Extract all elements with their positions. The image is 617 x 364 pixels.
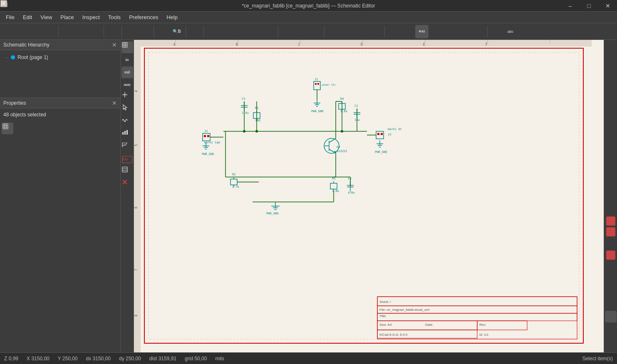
right-zoom-area-button[interactable] <box>605 204 617 215</box>
redo-button[interactable] <box>138 25 151 38</box>
select-button[interactable] <box>121 104 133 116</box>
fields-editor-button[interactable]: abc <box>504 25 517 38</box>
right-finish-button[interactable] <box>605 179 617 190</box>
hierarchy-title: Schematic Hierarchy <box>3 42 50 48</box>
right-text2-button[interactable]: T <box>605 238 617 249</box>
open-button[interactable] <box>15 25 29 38</box>
new-button[interactable] <box>2 25 15 38</box>
right-add-component-button[interactable] <box>605 91 617 103</box>
right-nav-up-button[interactable] <box>605 298 617 310</box>
refresh-button[interactable] <box>188 25 201 38</box>
right-shape-button[interactable] <box>605 261 617 273</box>
sep3 <box>121 26 122 37</box>
netinspect-button[interactable] <box>518 25 531 38</box>
right-red-icon3[interactable]: A+ <box>606 251 615 260</box>
menu-tools[interactable]: Tools <box>104 12 125 22</box>
flip-button[interactable] <box>355 25 368 38</box>
waveform-button[interactable] <box>121 116 133 128</box>
y-coord-status: Y 250,00 <box>58 356 78 362</box>
sep5 <box>186 26 186 37</box>
hierarchy-close-button[interactable]: ✕ <box>112 42 117 48</box>
right-power-button[interactable] <box>605 79 617 91</box>
highlight-button[interactable] <box>472 25 485 38</box>
erc-button[interactable]: ! <box>387 25 400 38</box>
print-preview-button[interactable] <box>61 25 74 38</box>
right-sheet-pin-button[interactable] <box>605 129 617 140</box>
chart2-button[interactable] <box>121 141 133 153</box>
right-wire-button[interactable] <box>605 54 617 66</box>
right-bus-button[interactable] <box>605 116 617 128</box>
unit-mil-button[interactable]: mil <box>121 66 133 78</box>
canvas-area[interactable]: A B C D E F 4 5 6 7 8 <box>134 40 604 352</box>
right-pan-button[interactable] <box>605 191 617 203</box>
menu-file[interactable]: File <box>2 12 19 22</box>
annotation-button[interactable]: R42 <box>415 25 429 38</box>
zoom-out-button[interactable] <box>220 25 233 38</box>
find-button[interactable] <box>156 25 169 38</box>
maximize-button[interactable]: □ <box>580 0 598 12</box>
minimize-button[interactable]: – <box>561 0 580 12</box>
pcb-button[interactable] <box>458 25 471 38</box>
right-red-icon2[interactable]: A <box>606 227 615 236</box>
chart1-button[interactable] <box>121 129 133 140</box>
save-button[interactable] <box>29 25 42 38</box>
sim-button[interactable] <box>444 25 457 38</box>
right-red-icon1[interactable] <box>606 216 615 226</box>
rotate-button[interactable] <box>369 25 382 38</box>
mirror-h-button[interactable] <box>327 25 340 38</box>
right-text-button[interactable]: T <box>605 104 617 116</box>
grid-button[interactable] <box>2 123 13 134</box>
svg-rect-129 <box>317 83 319 85</box>
right-select-button[interactable] <box>605 42 617 53</box>
right-arc-button[interactable] <box>605 286 617 298</box>
nav-up-button[interactable] <box>295 25 308 38</box>
menu-place[interactable]: Place <box>56 12 78 22</box>
settings-button[interactable] <box>43 25 56 38</box>
properties-panel-header: Properties ✕ <box>0 98 120 108</box>
close-button[interactable]: ✕ <box>598 0 617 12</box>
plot-button[interactable] <box>88 25 102 38</box>
hierarchy-dot <box>11 55 15 59</box>
menu-help[interactable]: Help <box>162 12 182 22</box>
print-button[interactable] <box>74 25 88 38</box>
message-status: Select item(s) <box>582 356 613 362</box>
mirror-v-button[interactable] <box>341 25 354 38</box>
right-junction-button[interactable] <box>605 154 617 165</box>
right-image-button[interactable] <box>605 166 617 178</box>
menu-inspect[interactable]: Inspect <box>78 12 104 22</box>
right-nav-down-button[interactable] <box>605 311 617 322</box>
crosshair-button[interactable] <box>121 91 133 103</box>
svg-point-227 <box>341 130 343 133</box>
grid-display-button[interactable] <box>121 42 133 53</box>
nav-left-button[interactable] <box>280 25 294 38</box>
right-net-label-button[interactable] <box>605 66 617 78</box>
list-button[interactable] <box>121 166 133 178</box>
netlist-button[interactable] <box>401 25 414 38</box>
unit-in-button[interactable]: in <box>121 54 133 66</box>
right-circle-button[interactable] <box>605 273 617 285</box>
bom-button[interactable] <box>429 25 443 38</box>
nav-right-button[interactable] <box>309 25 322 38</box>
unit-mm-button[interactable]: mm <box>121 79 133 91</box>
right-no-connect-button[interactable] <box>605 141 617 153</box>
svg-text:6: 6 <box>134 207 138 209</box>
properties-close-button[interactable]: ✕ <box>112 100 117 106</box>
cut-button[interactable] <box>106 25 119 38</box>
menu-edit[interactable]: Edit <box>19 12 36 22</box>
hierarchy-root-item[interactable]: ··· Root (page 1) <box>3 54 117 61</box>
sep10 <box>487 26 488 37</box>
zoom-full-button[interactable] <box>263 25 276 38</box>
svg-text:10Ω: 10Ω <box>255 119 260 122</box>
tools-button[interactable] <box>121 179 133 190</box>
scripting-button[interactable]: >_ <box>532 25 545 38</box>
zoom-in-button[interactable] <box>206 25 219 38</box>
menu-view[interactable]: View <box>36 12 56 22</box>
zoom-selection-button[interactable] <box>248 25 262 38</box>
table-button[interactable] <box>490 25 503 38</box>
zoom-fit-button[interactable] <box>234 25 248 38</box>
undo-button[interactable] <box>124 25 137 38</box>
find-replace-button[interactable]: 🔍B <box>170 25 183 38</box>
menubar: File Edit View Place Inspect Tools Prefe… <box>0 12 617 23</box>
component-icon-button[interactable]: R42 <box>121 154 133 165</box>
menu-preferences[interactable]: Preferences <box>125 12 162 22</box>
